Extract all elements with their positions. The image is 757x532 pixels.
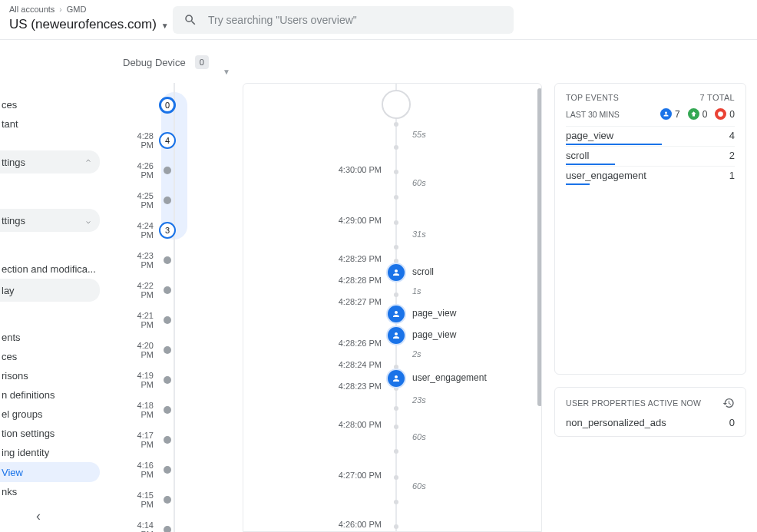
minute-time-label: 4:25 PM (123, 191, 160, 210)
top-event-bar (566, 164, 615, 165)
minute-item[interactable]: 4:26 PM (123, 161, 230, 180)
event-marker[interactable] (388, 264, 405, 281)
minute-item[interactable]: 4:23 PM (123, 251, 230, 269)
timeline-time-label: 4:28:29 PM (339, 254, 382, 263)
top-event-name: user_engagement (566, 170, 646, 181)
minute-item[interactable]: 4:20 PM (123, 341, 230, 359)
sidebar-item-4[interactable]: ection and modifica... (0, 259, 100, 279)
timeline-tick (394, 245, 398, 249)
timeline-time-label: 4:28:24 PM (339, 360, 382, 369)
sidebar-item-1[interactable]: tant (0, 114, 100, 134)
minute-item[interactable]: 4:25 PM (123, 191, 230, 210)
sidebar-item-13[interactable]: View (0, 462, 100, 482)
minute-item[interactable]: 4:22 PM (123, 281, 230, 299)
minute-time-label: 4:18 PM (123, 401, 160, 419)
minute-item[interactable]: 4:16 PM (123, 461, 230, 479)
event-marker[interactable] (388, 306, 405, 322)
timeline-tick (394, 406, 398, 411)
timeline-tick (394, 500, 398, 504)
event-marker[interactable] (388, 370, 405, 387)
minute-time-label: 4:14 PM (123, 520, 160, 532)
timeline-gap-label: 31s (412, 230, 426, 239)
event-timeline-panel: 4:30:00 PM4:29:00 PM4:28:29 PM4:28:28 PM… (243, 83, 542, 532)
history-icon[interactable] (722, 397, 735, 409)
timeline-time-label: 4:28:23 PM (339, 382, 382, 391)
timeline-time-label: 4:28:00 PM (339, 420, 382, 429)
sidebar-item-5[interactable]: lay (0, 279, 100, 302)
user-icon (392, 268, 401, 277)
timeline-gap-label: 60s (412, 481, 426, 491)
svg-point-0 (718, 111, 723, 117)
user-properties-card: USER PROPERTIES ACTIVE NOW non_personali… (554, 387, 746, 437)
top-event-bar (566, 183, 590, 185)
sidebar-item-3[interactable]: ttings⌵ (0, 209, 100, 232)
user-props-title: USER PROPERTIES ACTIVE NOW (566, 398, 701, 408)
sidebar-item-14[interactable]: nks (0, 482, 100, 501)
sidebar-item-0[interactable]: ces (0, 95, 100, 114)
top-event-row[interactable]: page_view4 (566, 126, 735, 144)
minute-item[interactable]: 4:14 PM (123, 520, 230, 532)
top-events-subtitle: LAST 30 MINS (566, 110, 620, 119)
breadcrumb[interactable]: All accounts › GMD (9, 0, 86, 14)
sidebar-item-10[interactable]: el groups (0, 405, 100, 424)
timeline-gap-label: 60s (412, 178, 426, 187)
sidebar-item-label: n definitions (2, 389, 55, 401)
minute-item[interactable]: 4:17 PM (123, 431, 230, 449)
chevron-left-icon: ‹ (36, 508, 41, 524)
sidebar-item-7[interactable]: ces (0, 347, 100, 366)
minute-count-ring: 4 (159, 132, 176, 149)
breadcrumb-root[interactable]: All accounts (9, 5, 55, 14)
event-marker[interactable] (388, 327, 405, 344)
property-selector[interactable]: US (neweurofences.com) ▼ (9, 17, 169, 32)
minute-item[interactable]: 4:24 PM3 (123, 221, 230, 240)
timeline-time-label: 4:30:00 PM (339, 165, 382, 174)
sidebar-item-2[interactable]: ttings⌵ (0, 150, 100, 173)
timeline-gap-label: 60s (412, 432, 426, 441)
timeline-tick (394, 220, 398, 225)
top-event-row[interactable]: scroll2 (566, 146, 735, 164)
sidebar-item-9[interactable]: n definitions (0, 385, 100, 405)
minute-dot (164, 286, 171, 294)
timeline-tick (394, 365, 398, 369)
top-event-row[interactable]: user_engagement1 (566, 166, 735, 184)
minute-time-label: 4:26 PM (123, 161, 160, 180)
sidebar-item-6[interactable]: ents (0, 328, 100, 347)
minute-item[interactable]: 4:28 PM4 (123, 131, 230, 150)
minute-item[interactable]: 4:21 PM (123, 311, 230, 329)
top-events-total: 7 TOTAL (699, 93, 735, 102)
minute-item[interactable]: 4:19 PM (123, 371, 230, 389)
event-name-label[interactable]: page_view (412, 329, 456, 340)
minute-time-label: 4:21 PM (123, 311, 160, 329)
sidebar-item-label: ces (2, 99, 17, 111)
chevron-down-icon: ⌵ (86, 216, 91, 225)
event-name-label[interactable]: user_engagement (412, 372, 487, 383)
timeline-time-label: 4:27:00 PM (339, 471, 382, 480)
debug-device-bar: Debug Device 0 ▼ (123, 51, 757, 74)
timeline-gap-label: 1s (412, 286, 421, 296)
breadcrumb-account[interactable]: GMD (67, 5, 87, 14)
sidebar-item-11[interactable]: tion settings (0, 424, 100, 443)
minute-item[interactable]: 4:18 PM (123, 401, 230, 419)
minute-head-ring[interactable]: 0 (159, 97, 176, 114)
sidebar-item-8[interactable]: risons (0, 366, 100, 385)
search-input[interactable] (208, 14, 503, 26)
minute-time-label: 4:24 PM (123, 221, 160, 240)
sidebar-item-12[interactable]: ing identity (0, 443, 100, 462)
collapse-sidebar-button[interactable]: ‹ (0, 504, 77, 527)
top-event-value: 4 (729, 130, 735, 141)
right-column: TOP EVENTS 7 TOTAL LAST 30 MINS 7 0 0 (554, 83, 746, 532)
event-head-circle (382, 90, 411, 119)
user-property-row[interactable]: non_personalized_ads0 (566, 417, 735, 428)
top-events-card: TOP EVENTS 7 TOTAL LAST 30 MINS 7 0 0 (554, 83, 746, 375)
minute-item[interactable]: 4:15 PM (123, 491, 230, 509)
chevron-down-icon[interactable]: ▼ (223, 68, 230, 76)
count-user-icon: 7 (660, 108, 680, 120)
minute-dot (164, 197, 171, 204)
minute-time-label: 4:20 PM (123, 341, 160, 359)
minute-dot (164, 466, 171, 474)
timeline-time-label: 4:28:27 PM (339, 297, 382, 306)
event-name-label[interactable]: page_view (412, 308, 456, 319)
search-box[interactable] (173, 6, 514, 34)
event-name-label[interactable]: scroll (412, 266, 434, 277)
minute-time-label: 4:16 PM (123, 461, 160, 479)
